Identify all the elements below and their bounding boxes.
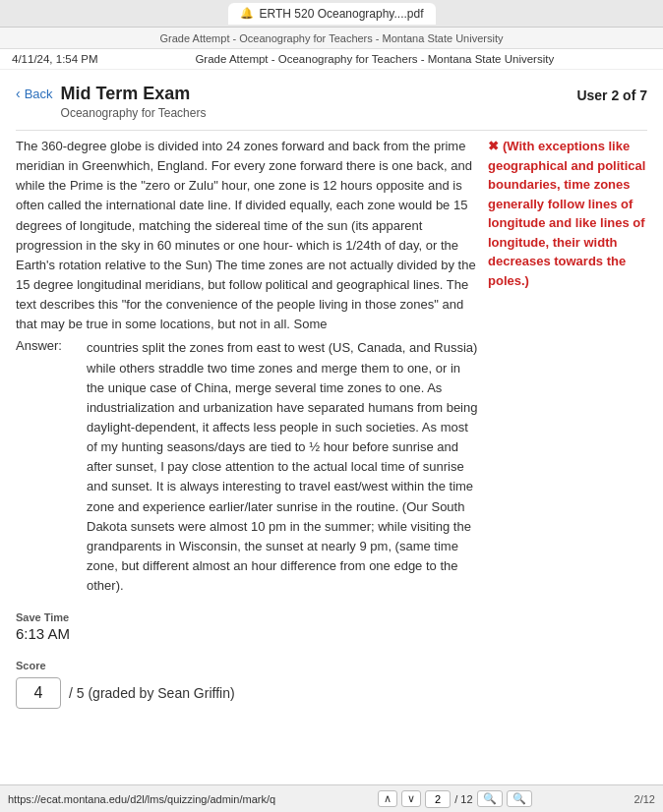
annotation-x-icon: ✖: [488, 139, 499, 153]
back-section: ‹ Back Mid Term Exam Oceanography for Te…: [16, 84, 206, 120]
score-row: / 5 (graded by Sean Griffin): [16, 677, 647, 709]
title-block: Mid Term Exam Oceanography for Teachers: [61, 84, 207, 120]
bottom-nav: ∧ ∨ / 12 🔍 🔍: [378, 790, 531, 808]
score-input[interactable]: [16, 677, 61, 709]
bottom-url: https://ecat.montana.edu/d2l/lms/quizzin…: [8, 793, 275, 805]
browser-bottom-bar: https://ecat.montana.edu/d2l/lms/quizzin…: [0, 784, 663, 812]
zoom-in-button[interactable]: 🔍: [477, 790, 503, 807]
annotation-text: (With exceptions like geographical and p…: [488, 139, 645, 288]
save-time-section: Save Time 6:13 AM: [16, 611, 647, 642]
back-button[interactable]: ‹ Back: [16, 84, 53, 101]
score-label: Score: [16, 660, 647, 671]
score-section: Score / 5 (graded by Sean Griffin): [16, 660, 647, 709]
top-row: ‹ Back Mid Term Exam Oceanography for Te…: [16, 78, 647, 130]
main-container: ‹ Back Mid Term Exam Oceanography for Te…: [0, 70, 663, 717]
user-info: User 2 of 7: [576, 84, 647, 103]
lms-header: 4/11/24, 1:54 PM Grade Attempt - Oceanog…: [0, 49, 663, 70]
content-area: The 360-degree globe is divided into 24 …: [16, 137, 647, 596]
nav-up-button[interactable]: ∧: [378, 790, 397, 807]
timestamp: 4/11/24, 1:54 PM: [12, 53, 98, 65]
browser-tab[interactable]: 🔔 ERTH 520 Oceanography....pdf: [228, 3, 436, 25]
back-chevron-icon: ‹: [16, 86, 21, 101]
left-content: The 360-degree globe is divided into 24 …: [16, 137, 478, 596]
browser-tab-bar: 🔔 ERTH 520 Oceanography....pdf: [0, 0, 663, 28]
annotation-box: ✖(With exceptions like geographical and …: [488, 137, 647, 290]
page-number-input[interactable]: [425, 790, 451, 808]
browser-info-bar: Grade Attempt - Oceanography for Teacher…: [0, 28, 663, 49]
lms-title: Grade Attempt - Oceanography for Teacher…: [195, 53, 554, 65]
tab-favicon: 🔔: [240, 7, 254, 20]
info-bar-text: Grade Attempt - Oceanography for Teacher…: [160, 32, 504, 44]
nav-down-button[interactable]: ∨: [401, 790, 421, 807]
answer-label: Answer:: [16, 338, 87, 596]
score-denominator: / 5 (graded by Sean Griffin): [69, 685, 235, 701]
divider: [16, 130, 647, 131]
save-time-value: 6:13 AM: [16, 625, 647, 642]
exam-title: Mid Term Exam: [61, 84, 207, 104]
annotation-column: ✖(With exceptions like geographical and …: [478, 137, 647, 290]
back-label: Back: [25, 87, 53, 101]
answer-text: countries split the zones from east to w…: [87, 338, 478, 596]
page-total: / 12: [454, 793, 472, 805]
zoom-out-button[interactable]: 🔍: [507, 790, 532, 807]
bottom-right-info: 2/12: [634, 793, 655, 805]
answer-section: Answer: countries split the zones from e…: [16, 338, 478, 596]
tab-label: ERTH 520 Oceanography....pdf: [260, 7, 424, 21]
save-time-label: Save Time: [16, 611, 647, 623]
main-paragraph: The 360-degree globe is divided into 24 …: [16, 137, 478, 334]
exam-subtitle: Oceanography for Teachers: [61, 106, 207, 120]
